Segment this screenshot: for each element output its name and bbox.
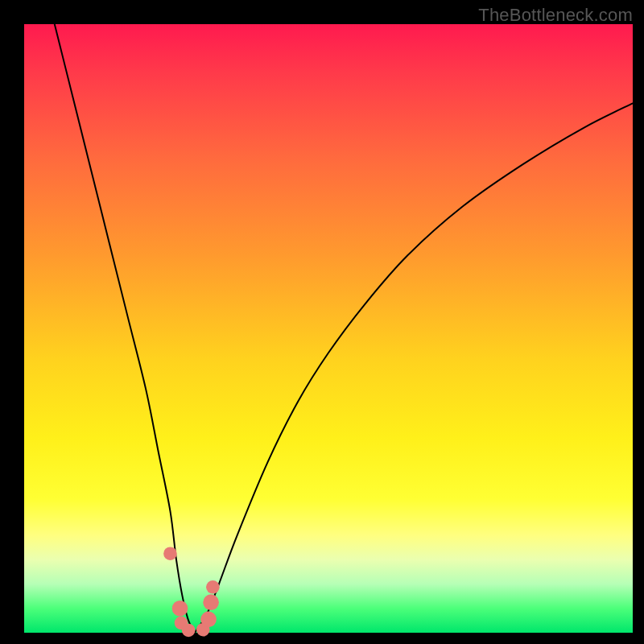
watermark-text: TheBottleneck.com [478, 5, 633, 26]
data-marker [182, 624, 196, 638]
data-marker [200, 612, 217, 628]
series-group [55, 24, 633, 633]
marker-group [163, 547, 220, 637]
data-marker [206, 580, 220, 594]
plot-area [24, 24, 633, 633]
chart-frame: TheBottleneck.com [0, 0, 644, 644]
data-marker [172, 601, 188, 617]
data-marker [203, 594, 219, 610]
curve-left-branch [55, 24, 195, 633]
curve-right-branch [195, 103, 633, 633]
data-marker [163, 547, 177, 560]
curves-svg [24, 24, 633, 633]
